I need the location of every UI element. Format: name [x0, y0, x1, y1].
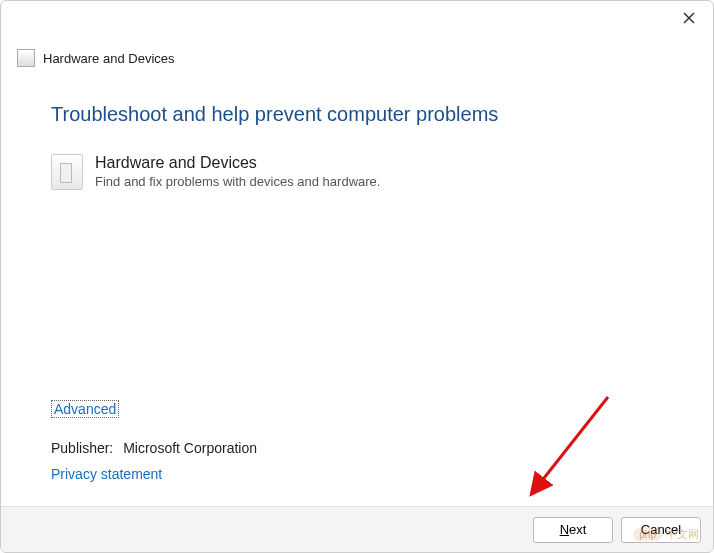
publisher-row: Publisher: Microsoft Corporation: [51, 440, 663, 456]
item-description: Find and fix problems with devices and h…: [95, 174, 380, 189]
page-heading: Troubleshoot and help prevent computer p…: [51, 103, 663, 126]
troubleshooter-item: Hardware and Devices Find and fix proble…: [51, 154, 663, 190]
window-header: Hardware and Devices: [1, 41, 713, 67]
device-icon: [51, 154, 83, 190]
close-button[interactable]: [669, 3, 709, 33]
next-button[interactable]: Next: [533, 517, 613, 543]
next-accelerator: N: [560, 522, 569, 537]
titlebar: [1, 1, 713, 41]
button-bar: Next Cancel: [1, 506, 713, 552]
footer-info: Advanced Publisher: Microsoft Corporatio…: [51, 400, 663, 482]
content-area: Troubleshoot and help prevent computer p…: [1, 67, 713, 190]
publisher-label: Publisher:: [51, 440, 113, 456]
next-label-rest: ext: [569, 522, 586, 537]
troubleshooter-icon: [17, 49, 35, 67]
close-icon: [683, 12, 695, 24]
publisher-value: Microsoft Corporation: [123, 440, 257, 456]
item-title: Hardware and Devices: [95, 154, 380, 172]
privacy-link[interactable]: Privacy statement: [51, 466, 663, 482]
advanced-link[interactable]: Advanced: [51, 400, 119, 418]
cancel-button[interactable]: Cancel: [621, 517, 701, 543]
item-text: Hardware and Devices Find and fix proble…: [95, 154, 380, 189]
window-title: Hardware and Devices: [43, 51, 175, 66]
